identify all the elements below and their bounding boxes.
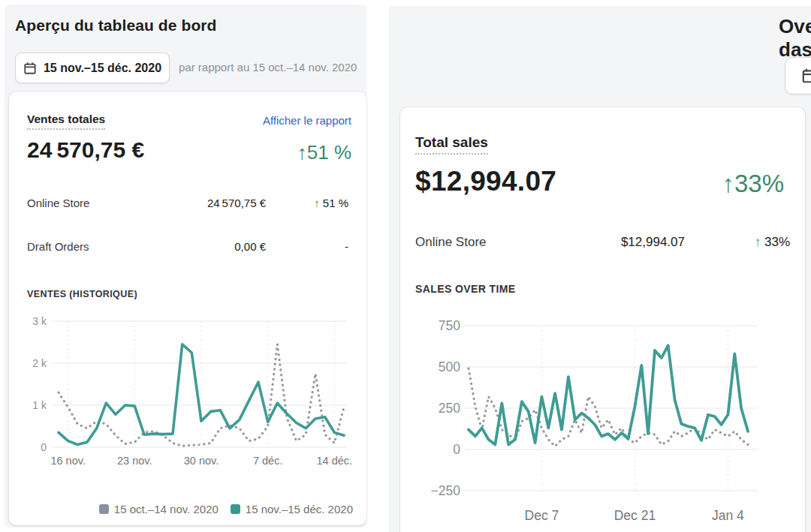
change-percent: 33% [734,170,784,197]
channel-value: 24 570,75 € [138,197,266,209]
chart-title: SALES OVER TIME [415,283,516,295]
svg-text:Dec 21: Dec 21 [614,508,656,523]
svg-text:14 déc.: 14 déc. [317,455,353,467]
total-sales-card-english: Total sales $12,994.07 ↑33% Online Store… [400,107,805,532]
total-sales-change: ↑33% [722,170,784,198]
legend-label: 15 nov.–15 déc. 2020 [246,503,353,515]
channel-row: Online Store $12,994.07 ↑ 33% [415,235,790,250]
page-title: Aperçu du tableau de bord [15,17,217,35]
sales-line-chart: 7505002500−250Dec 7Dec 21Jan 4 [406,307,800,532]
up-arrow-icon: ↑ [722,170,734,197]
up-arrow-icon: ↑ [314,197,323,209]
chart-title: VENTES (HISTORIQUE) [27,289,137,299]
up-arrow-icon: ↑ [297,141,307,164]
change-percent: - [345,240,348,253]
chart-legend: 15 oct.–14 nov. 2020 15 nov.–15 déc. 202… [99,503,353,515]
legend-swatch-teal [231,504,240,514]
channel-row: Online Store 24 570,75 € ↑ 51 % [27,197,348,209]
date-range-label: 15 nov.–15 déc. 2020 [44,62,161,75]
calendar-icon [801,68,811,84]
legend-swatch-gray [99,504,109,514]
total-sales-card-french: Ventes totales Afficher le rapport 24 57… [9,92,366,525]
total-sales-value: $12,994.07 [415,166,556,197]
svg-text:−250: −250 [431,483,461,498]
svg-text:Jan 4: Jan 4 [712,508,744,523]
sales-line-chart: 3 k2 k1 k016 nov.23 nov.30 nov.7 déc.14 … [15,311,357,470]
svg-text:7 déc.: 7 déc. [253,455,283,467]
change-percent: 51 % [307,141,351,164]
legend-item-previous-period[interactable]: 15 oct.–14 nov. 2020 [99,503,219,515]
total-sales-value: 24 570,75 € [27,137,144,163]
svg-text:2 k: 2 k [32,357,47,369]
date-range-button[interactable]: 15 nov.–15 déc. 2020 [15,53,170,83]
channel-change: - [266,240,348,253]
change-percent: 51 % [323,197,348,209]
comparison-period-text: par rapport au 15 oct.–14 nov. 2020 [179,61,366,74]
view-report-link[interactable]: Afficher le rapport [263,114,351,127]
change-percent: 33% [764,235,790,249]
channel-change: ↑ 33% [685,235,790,250]
channel-name: Online Store [27,197,138,209]
channel-change: ↑ 51 % [266,197,348,209]
svg-text:16 nov.: 16 nov. [50,455,86,467]
svg-text:0: 0 [453,442,460,457]
page-title: Overview dashboard [779,15,811,62]
svg-text:500: 500 [439,359,460,374]
legend-label: 15 oct.–14 nov. 2020 [114,503,219,515]
svg-text:Dec 7: Dec 7 [525,508,559,523]
svg-text:250: 250 [439,401,460,416]
calendar-icon [23,62,37,75]
channel-name: Online Store [415,235,550,250]
metric-label[interactable]: Ventes totales [27,113,105,130]
up-arrow-icon: ↑ [755,235,764,249]
channel-value: $12,994.07 [550,235,685,250]
svg-text:0: 0 [41,441,47,453]
svg-text:750: 750 [439,318,460,333]
date-range-button[interactable]: Nov 26, 2020–Jan 7, 2021 [785,57,811,95]
channel-row: Draft Orders 0,00 € - [27,240,348,253]
channel-name: Draft Orders [27,240,138,253]
metric-label[interactable]: Total sales [415,134,488,155]
svg-text:1 k: 1 k [32,399,47,411]
total-sales-change: ↑51 % [297,141,351,164]
svg-text:30 nov.: 30 nov. [184,455,219,467]
svg-text:3 k: 3 k [32,315,47,327]
svg-text:23 nov.: 23 nov. [117,455,152,467]
channel-value: 0,00 € [138,240,266,253]
legend-item-current-period[interactable]: 15 nov.–15 déc. 2020 [231,503,353,515]
